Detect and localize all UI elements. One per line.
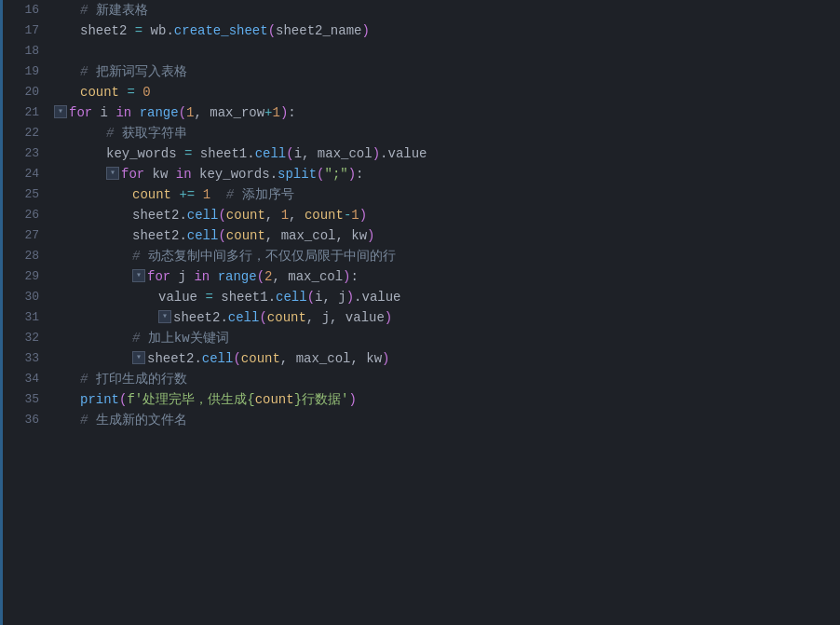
- token-var: sheet2: [80, 20, 135, 41]
- line-number: 27: [7, 225, 39, 246]
- token-method: cell: [276, 287, 307, 307]
- left-sidebar-bar: [0, 0, 7, 625]
- token-count-var: count: [226, 225, 265, 246]
- line-number: 36: [7, 410, 39, 430]
- token-in-highlight: in: [115, 102, 131, 123]
- token-count-var: count: [305, 205, 344, 225]
- code-line: [54, 41, 840, 61]
- code-line: # 把新词写入表格: [54, 61, 840, 82]
- token-method: create_sheet: [174, 20, 268, 41]
- token-comment-cn: 打印生成的行数: [96, 369, 187, 389]
- token-op: +: [264, 102, 272, 123]
- token-comment: #: [80, 369, 96, 389]
- token-op: =: [184, 143, 192, 164]
- token-paren: (: [119, 389, 127, 410]
- code-line: count = 0: [54, 82, 840, 102]
- token-paren: (: [307, 287, 315, 307]
- token-var: , max_col, kw: [280, 348, 382, 369]
- token-op: -: [344, 205, 351, 225]
- token-num: 1: [351, 205, 359, 225]
- token-method: range: [218, 266, 257, 287]
- token-paren: ): [367, 225, 374, 246]
- token-method: cell: [187, 205, 219, 225]
- token-var: sheet1.: [213, 287, 276, 307]
- code-line: # 新建表格: [54, 0, 840, 20]
- token-count-var: count: [267, 307, 306, 328]
- line-number: 25: [7, 184, 39, 205]
- token-method: cell: [187, 225, 219, 246]
- token-var: ,: [289, 205, 305, 225]
- token-op: =: [205, 287, 212, 307]
- line-number: 26: [7, 205, 39, 225]
- token-op: +=: [171, 184, 195, 205]
- token-var: i, max_col: [294, 143, 373, 164]
- fold-icon[interactable]: ▾: [158, 310, 171, 323]
- line-number: 20: [7, 82, 39, 102]
- token-paren: (: [179, 102, 186, 123]
- token-method: cell: [255, 143, 287, 164]
- line-number: 34: [7, 369, 39, 389]
- token-var: j: [170, 266, 194, 287]
- token-comment: #: [106, 123, 122, 143]
- token-comment: #: [80, 410, 96, 430]
- token-var: wb.: [142, 20, 174, 41]
- token-var: :: [351, 266, 359, 287]
- token-count-var: count: [226, 205, 265, 225]
- token-paren: ): [373, 143, 380, 164]
- token-paren: ): [280, 102, 288, 123]
- line-number: 18: [7, 41, 39, 61]
- token-var: , max_row: [194, 102, 264, 123]
- token-num: 1: [203, 184, 210, 205]
- code-line: # 动态复制中间多行，不仅仅局限于中间的行: [54, 246, 840, 266]
- line-number: 29: [7, 266, 39, 287]
- code-line: value = sheet1.cell(i, j).value: [54, 287, 840, 307]
- code-line: key_words = sheet1.cell(i, max_col).valu…: [54, 143, 840, 164]
- token-comment-cn: 获取字符串: [122, 123, 187, 143]
- token-paren: ): [348, 164, 356, 184]
- token-comment: #: [132, 328, 148, 348]
- token-paren: ): [346, 287, 354, 307]
- token-var: , max_col, kw: [265, 225, 367, 246]
- token-paren: ): [385, 307, 392, 328]
- token-paren: (: [286, 143, 293, 164]
- editor-container: 1617181920212223242526272829303132333435…: [0, 0, 840, 625]
- code-line: # 加上kw关键词: [54, 328, 840, 348]
- code-line: sheet2 = wb.create_sheet(sheet2_name): [54, 20, 840, 41]
- token-paren: ): [359, 205, 367, 225]
- token-for-highlight: for: [147, 266, 170, 287]
- line-number: 33: [7, 348, 39, 369]
- line-number: 23: [7, 143, 39, 164]
- token-var: :: [356, 164, 363, 184]
- token-paren: (: [317, 164, 324, 184]
- line-number: 32: [7, 328, 39, 348]
- token-comment-cn: 把新词写入表格: [96, 61, 187, 82]
- token-var: i, j: [315, 287, 346, 307]
- token-var: , max_col: [272, 266, 343, 287]
- token-method: print: [80, 389, 119, 410]
- fold-icon[interactable]: ▾: [54, 105, 67, 118]
- line-number: 22: [7, 123, 39, 143]
- token-var: value: [158, 287, 205, 307]
- line-number: 19: [7, 61, 39, 82]
- token-var: sheet1.: [192, 143, 254, 164]
- token-comment-cn: 新建表格: [96, 0, 148, 20]
- token-in-highlight: in: [176, 164, 192, 184]
- fold-icon[interactable]: ▾: [132, 351, 145, 364]
- token-count-var: count: [255, 389, 294, 410]
- token-comment-cn: 生成新的文件名: [96, 410, 187, 430]
- fold-icon[interactable]: ▾: [132, 269, 145, 282]
- line-number: 35: [7, 389, 39, 410]
- token-paren: ): [382, 348, 389, 369]
- token-var: key_words.: [192, 164, 278, 184]
- token-var: .value: [380, 143, 427, 164]
- token-num: 1: [186, 102, 194, 123]
- token-num: 2: [264, 266, 272, 287]
- code-line: ▾for j in range(2, max_col):: [54, 266, 840, 287]
- token-in-highlight: in: [194, 266, 210, 287]
- token-comment: #: [226, 184, 242, 205]
- token-string: ";": [324, 164, 347, 184]
- fold-icon[interactable]: ▾: [106, 167, 119, 180]
- code-line: sheet2.cell(count, 1, count-1): [54, 205, 840, 225]
- token-comment-cn: 动态复制中间多行，不仅仅局限于中间的行: [148, 246, 396, 266]
- token-var: kw: [144, 164, 176, 184]
